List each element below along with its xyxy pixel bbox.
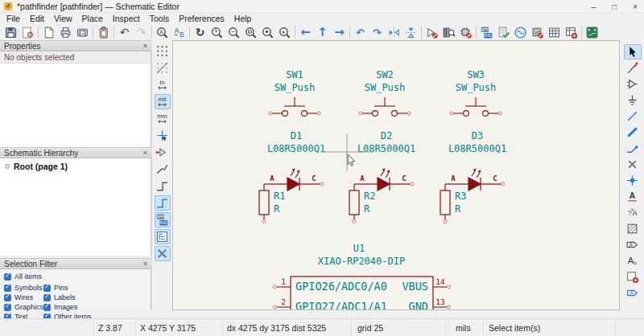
nav-forward-icon[interactable]: → [332, 25, 348, 40]
draw-wire-icon[interactable] [624, 109, 642, 124]
find-replace-icon[interactable]: AB [171, 25, 188, 40]
mirror-horizontal-icon[interactable] [386, 25, 402, 40]
browse-symbol-libraries-icon[interactable] [441, 25, 457, 40]
filter-close-icon[interactable]: × [143, 260, 147, 268]
new-schematic-icon[interactable] [41, 25, 57, 40]
schematic-setup-icon[interactable]: ⚙ [20, 25, 36, 40]
properties-close-icon[interactable]: × [143, 42, 147, 50]
rotate-ccw-icon[interactable]: ↶ [353, 25, 369, 40]
save-icon[interactable] [3, 25, 19, 40]
directive-label-icon[interactable]: ?A [624, 205, 642, 220]
hierarchical-sheet-icon[interactable] [624, 269, 642, 285]
print-icon[interactable] [58, 25, 74, 40]
line-90deg-icon[interactable] [155, 178, 171, 194]
cursor-shape-icon[interactable] [155, 128, 171, 143]
units-mils-icon[interactable]: mil [155, 94, 171, 109]
zoom-out-icon[interactable]: − [226, 25, 242, 40]
place-symbol-icon[interactable] [624, 76, 642, 92]
symbol-table-icon[interactable] [547, 25, 563, 40]
filter-option-images[interactable]: Images [43, 303, 151, 311]
assign-footprints-icon[interactable] [458, 25, 474, 40]
schematic-canvas[interactable]: SW1SW_Push D1L08R5000Q1 AC R1RSW2SW_Push… [172, 40, 620, 310]
menu-help[interactable]: Help [229, 14, 257, 23]
svg-text:13: 13 [436, 297, 444, 306]
nav-up-icon[interactable]: ↑ [315, 25, 331, 40]
filter-option-graphics[interactable]: Graphics [4, 303, 42, 311]
properties-panel-icon[interactable] [155, 246, 171, 261]
net-label-icon[interactable]: A [624, 189, 642, 204]
hierarchy-root-item[interactable]: Root (page 1) [0, 158, 151, 171]
status-hint: Select item(s) [489, 323, 540, 333]
select-tool-icon[interactable] [624, 44, 642, 59]
zoom-fit-icon[interactable] [243, 25, 259, 40]
nav-back-icon[interactable]: ← [298, 25, 314, 40]
bom-icon[interactable] [564, 25, 580, 40]
hidden-pins-icon[interactable] [155, 145, 171, 160]
place-power-icon[interactable] [624, 92, 642, 108]
filter-option-wires[interactable]: Wires [4, 293, 42, 301]
maximize-button[interactable]: □ [612, 2, 617, 11]
svg-text:D3: D3 [472, 130, 483, 141]
refresh-view-icon[interactable]: ↻ [192, 25, 208, 40]
menu-preferences[interactable]: Preferences [174, 14, 229, 23]
zoom-selection-icon[interactable] [277, 25, 293, 40]
switch-SW3[interactable]: SW3SW_Push [450, 69, 502, 116]
filter-option-pins[interactable]: Pins [43, 284, 151, 292]
switch-SW1[interactable]: SW1SW_Push [269, 69, 320, 116]
switch-SW2[interactable]: SW2SW_Push [359, 69, 411, 116]
junction-icon[interactable] [624, 173, 642, 188]
menu-file[interactable]: File [2, 14, 25, 23]
line-free-angle-icon[interactable] [155, 162, 171, 177]
units-inches-icon[interactable]: in [155, 77, 171, 92]
bus-entry-icon[interactable] [624, 141, 642, 156]
filter-all-items-checkbox[interactable]: All items [0, 269, 151, 282]
svg-text:D2: D2 [381, 130, 392, 141]
resistor-R1[interactable]: R1R [259, 184, 285, 223]
filter-option-labels[interactable]: Labels [43, 293, 151, 301]
annotate-auto-icon[interactable]: R??R42 [155, 212, 171, 227]
ic-U1[interactable]: U1XIAO-RP2040-DIP 114GPIO26/ADC0/A0VBUS … [274, 243, 451, 309]
paste-icon[interactable] [96, 25, 112, 40]
update-pcb-icon[interactable] [530, 25, 546, 40]
plot-icon[interactable] [75, 25, 91, 40]
rotate-cw-icon[interactable]: ↷ [369, 25, 386, 40]
hierarchical-label-icon[interactable]: A [624, 237, 642, 252]
hierarchy-close-icon[interactable]: × [143, 149, 147, 157]
menu-edit[interactable]: Edit [25, 14, 49, 23]
simulator-icon[interactable] [513, 25, 529, 40]
annotate-icon[interactable]: R??R42 [479, 25, 495, 40]
find-icon[interactable]: A [155, 25, 171, 40]
units-mm-icon[interactable]: mm [155, 111, 171, 126]
led-D2[interactable]: D2L08R5000Q1 AC [354, 130, 415, 191]
draw-bus-icon[interactable] [624, 125, 642, 140]
line-hv-icon[interactable] [155, 195, 171, 211]
sheet-pin-icon[interactable]: A [624, 285, 642, 301]
undo-icon[interactable]: ↶ [117, 25, 133, 40]
mirror-vertical-icon[interactable] [403, 25, 419, 40]
menu-inspect[interactable]: Inspect [108, 14, 145, 23]
rule-area-icon[interactable] [624, 221, 642, 236]
menu-view[interactable]: View [49, 14, 77, 23]
hierarchy-navigator-icon[interactable] [155, 229, 171, 244]
edit-symbol-fields-icon[interactable] [424, 25, 440, 40]
svg-text:14: 14 [436, 277, 445, 286]
menu-place[interactable]: Place [77, 14, 108, 23]
erc-icon[interactable] [496, 25, 512, 40]
resistor-R3[interactable]: R3R [440, 184, 466, 223]
no-connect-icon[interactable] [624, 157, 642, 172]
filter-option-symbols[interactable]: Symbols [4, 284, 42, 292]
led-D3[interactable]: D3L08R5000Q1 AC [445, 130, 506, 191]
text-tool-icon[interactable]: A [624, 253, 642, 268]
close-button[interactable]: × [633, 2, 638, 11]
zoom-objects-icon[interactable] [260, 25, 276, 40]
grid-override-icon[interactable] [155, 60, 171, 76]
grid-visibility-icon[interactable] [155, 43, 171, 59]
menu-tools[interactable]: Tools [145, 14, 175, 23]
pcb-editor-icon[interactable] [584, 25, 601, 40]
minimize-button[interactable]: – [592, 2, 597, 11]
led-D1[interactable]: D1L08R5000Q1 AC [264, 130, 325, 191]
resistor-R2[interactable]: R2R [349, 184, 375, 223]
highlight-net-icon[interactable] [624, 60, 642, 76]
redo-icon[interactable]: ↷ [134, 25, 150, 40]
zoom-in-icon[interactable]: + [209, 25, 225, 40]
